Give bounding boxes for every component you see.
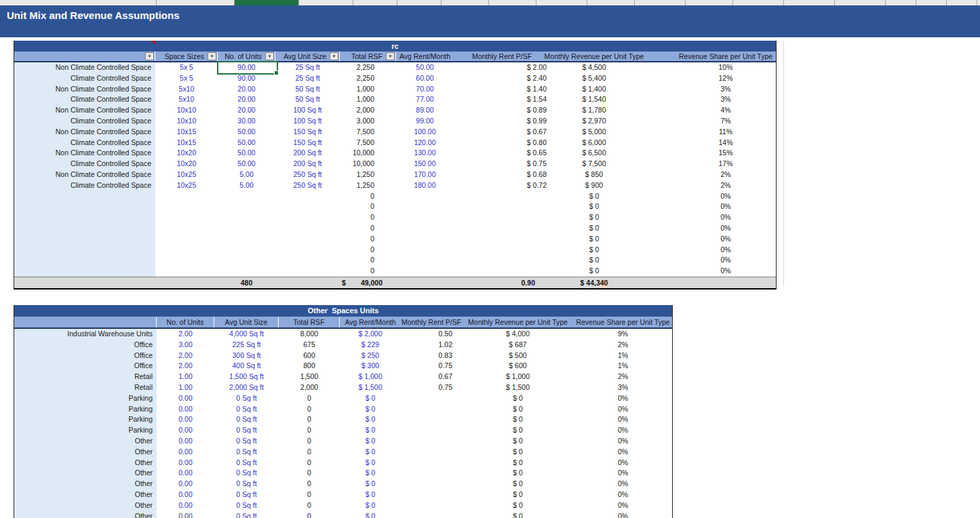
monthly-rent-psf-cell[interactable]: $ 0.72 bbox=[454, 180, 550, 191]
row-label-cell[interactable]: Office bbox=[14, 361, 157, 372]
no-of-units-cell[interactable]: 0.00 bbox=[157, 436, 214, 447]
total-rsf-cell[interactable]: 0 bbox=[279, 500, 340, 511]
row-label-cell[interactable]: Industrial Warehouse Units bbox=[14, 329, 157, 340]
total-rsf-cell[interactable]: 0 bbox=[279, 468, 340, 479]
monthly-revenue-cell[interactable]: $ 0 bbox=[462, 404, 574, 415]
monthly-revenue-cell[interactable]: $ 0 bbox=[462, 447, 574, 458]
no-of-units-cell[interactable]: 30.00 bbox=[218, 116, 275, 127]
row-label-cell[interactable]: Other bbox=[14, 468, 157, 479]
total-rsf-cell[interactable]: 2,000 bbox=[340, 105, 396, 116]
header-space-sizes[interactable]: Space Sizes▼ bbox=[155, 52, 218, 61]
total-rsf-cell[interactable]: 2,000 bbox=[279, 382, 340, 393]
row-label-cell[interactable]: Non Climate Controlled Space bbox=[14, 148, 155, 159]
header-avg-unit-size[interactable]: Avg Unit Size bbox=[214, 317, 279, 327]
monthly-rent-psf-cell[interactable] bbox=[401, 468, 462, 479]
filter-dropdown-icon[interactable]: ▼ bbox=[208, 52, 216, 60]
total-rsf-cell[interactable]: 1,500 bbox=[279, 372, 340, 382]
monthly-rent-psf-cell[interactable]: 0.83 bbox=[401, 351, 462, 361]
no-of-units-cell[interactable]: 0.00 bbox=[157, 425, 214, 436]
avg-rent-month-cell[interactable]: $ 0 bbox=[340, 479, 401, 490]
avg-unit-size-cell[interactable]: 400 Sq ft bbox=[214, 361, 279, 372]
monthly-revenue-cell[interactable]: $ 500 bbox=[462, 351, 574, 361]
row-label-cell[interactable]: Climate Controlled Space bbox=[14, 94, 155, 105]
row-label-cell[interactable]: Parking bbox=[14, 393, 157, 404]
avg-rent-month-cell[interactable]: $ 1,000 bbox=[340, 372, 401, 382]
total-rsf-cell[interactable]: 800 bbox=[279, 361, 340, 372]
monthly-revenue-cell[interactable]: $ 0 bbox=[550, 266, 638, 277]
space-sizes-cell[interactable]: 5x 5 bbox=[155, 73, 218, 84]
row-label-cell[interactable]: Other bbox=[14, 511, 157, 518]
avg-unit-size-cell[interactable] bbox=[275, 234, 340, 245]
space-sizes-cell[interactable] bbox=[155, 191, 218, 202]
monthly-rent-psf-cell[interactable] bbox=[401, 479, 462, 490]
space-sizes-cell[interactable] bbox=[155, 201, 218, 212]
no-of-units-cell[interactable] bbox=[218, 212, 275, 223]
no-of-units-cell[interactable]: 0.00 bbox=[157, 404, 214, 415]
row-label-cell[interactable]: Other bbox=[14, 479, 157, 490]
no-of-units-cell[interactable]: 0.00 bbox=[157, 490, 214, 500]
row-label-cell[interactable]: Non Climate Controlled Space bbox=[14, 127, 155, 138]
space-sizes-cell[interactable] bbox=[155, 234, 218, 245]
space-sizes-cell[interactable]: 10x15 bbox=[155, 138, 218, 148]
no-of-units-cell[interactable]: 1.00 bbox=[157, 372, 214, 382]
no-of-units-cell[interactable]: 0.00 bbox=[157, 458, 214, 469]
avg-rent-month-cell[interactable] bbox=[396, 212, 454, 223]
row-label-cell[interactable]: Climate Controlled Space bbox=[14, 138, 155, 148]
monthly-revenue-cell[interactable]: $ 0 bbox=[462, 468, 574, 479]
avg-unit-size-cell[interactable]: 150 Sq ft bbox=[275, 138, 340, 148]
monthly-revenue-cell[interactable]: $ 1,780 bbox=[550, 105, 638, 116]
avg-rent-month-cell[interactable]: $ 0 bbox=[340, 436, 401, 447]
row-label-cell[interactable]: Climate Controlled Space bbox=[14, 116, 155, 127]
monthly-revenue-cell[interactable]: $ 0 bbox=[462, 500, 574, 511]
monthly-rent-psf-cell[interactable] bbox=[401, 414, 462, 425]
avg-unit-size-cell[interactable]: 150 Sq ft bbox=[275, 127, 340, 138]
avg-unit-size-cell[interactable]: 50 Sq ft bbox=[275, 94, 340, 105]
selected-cell-outline[interactable] bbox=[217, 61, 278, 75]
avg-rent-month-cell[interactable]: 180.00 bbox=[396, 180, 454, 191]
revenue-share-cell[interactable]: 1% bbox=[574, 351, 672, 361]
row-label-cell[interactable] bbox=[14, 223, 155, 234]
avg-rent-month-cell[interactable]: $ 0 bbox=[340, 468, 401, 479]
total-rsf-cell[interactable]: 10,000 bbox=[340, 159, 396, 170]
avg-rent-month-cell[interactable]: $ 0 bbox=[340, 500, 401, 511]
total-rsf-cell[interactable]: 600 bbox=[279, 351, 340, 361]
revenue-share-cell[interactable]: 0% bbox=[574, 404, 672, 415]
monthly-rent-psf-cell[interactable] bbox=[454, 191, 550, 202]
row-label-cell[interactable]: Other bbox=[14, 458, 157, 469]
avg-unit-size-cell[interactable]: 0 Sq ft bbox=[214, 500, 279, 511]
monthly-revenue-cell[interactable]: $ 0 bbox=[462, 490, 574, 500]
merged-header-cell[interactable]: rc bbox=[14, 41, 776, 52]
total-rsf-cell[interactable]: 7,500 bbox=[340, 127, 396, 138]
monthly-rent-psf-cell[interactable]: 0.50 bbox=[401, 329, 462, 340]
space-sizes-cell[interactable] bbox=[155, 255, 218, 266]
space-sizes-cell[interactable]: 10x25 bbox=[155, 180, 218, 191]
revenue-share-cell[interactable]: 10% bbox=[638, 62, 776, 73]
revenue-share-cell[interactable]: 1% bbox=[574, 361, 672, 372]
monthly-rent-psf-cell[interactable]: $ 0.99 bbox=[454, 116, 550, 127]
monthly-rent-psf-cell[interactable] bbox=[401, 511, 462, 518]
space-sizes-cell[interactable]: 5x10 bbox=[155, 84, 218, 95]
revenue-share-cell[interactable]: 0% bbox=[638, 234, 776, 245]
space-sizes-cell[interactable]: 10x20 bbox=[155, 148, 218, 159]
no-of-units-cell[interactable]: 5.00 bbox=[218, 170, 275, 180]
avg-rent-month-cell[interactable] bbox=[396, 201, 454, 212]
avg-unit-size-cell[interactable] bbox=[275, 266, 340, 277]
total-rsf-cell[interactable]: 1,250 bbox=[340, 170, 396, 180]
monthly-revenue-cell[interactable]: $ 0 bbox=[550, 212, 638, 223]
total-rsf-cell[interactable]: 0 bbox=[340, 212, 396, 223]
monthly-revenue-cell[interactable]: $ 0 bbox=[550, 255, 638, 266]
avg-unit-size-cell[interactable]: 1,500 Sq ft bbox=[214, 372, 279, 382]
header-total-rsf[interactable]: Total RSF▼ bbox=[340, 52, 396, 61]
space-sizes-cell[interactable] bbox=[155, 245, 218, 256]
avg-rent-month-cell[interactable]: 77.00 bbox=[396, 94, 454, 105]
monthly-revenue-cell[interactable]: $ 0 bbox=[550, 223, 638, 234]
revenue-share-cell[interactable]: 9% bbox=[574, 329, 672, 340]
space-sizes-cell[interactable]: 10x15 bbox=[155, 127, 218, 138]
filter-dropdown-icon[interactable]: ▼ bbox=[145, 52, 154, 60]
avg-unit-size-cell[interactable]: 0 Sq ft bbox=[214, 511, 279, 518]
row-label-cell[interactable]: Climate Controlled Space bbox=[14, 159, 155, 170]
avg-rent-month-cell[interactable] bbox=[396, 245, 454, 256]
monthly-rent-psf-cell[interactable] bbox=[454, 266, 550, 277]
avg-unit-size-cell[interactable]: 200 Sq ft bbox=[275, 148, 340, 159]
no-of-units-cell[interactable]: 20.00 bbox=[218, 105, 275, 116]
